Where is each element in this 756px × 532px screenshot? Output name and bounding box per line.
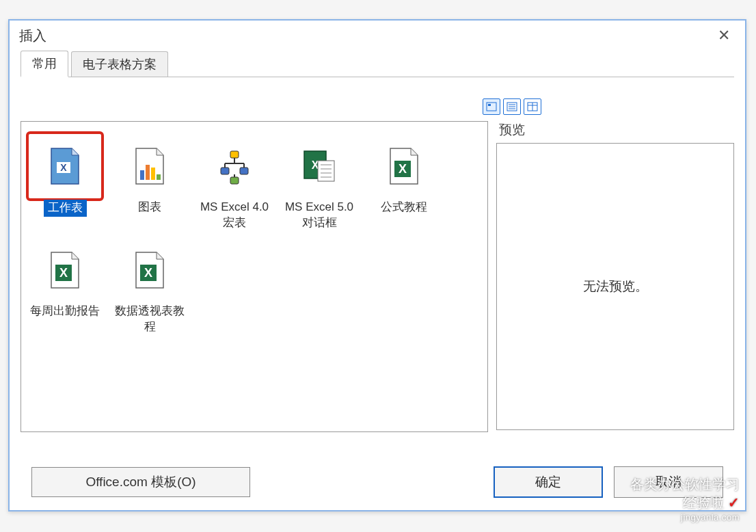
dialog-content: X 工作表 图表 MS Excel 4.0 宏表 X M [21, 77, 734, 473]
list-icon [507, 102, 517, 111]
view-toggle [483, 98, 541, 115]
template-dialog5[interactable]: X MS Excel 5.0 对话框 [277, 130, 362, 234]
svg-text:X: X [60, 162, 67, 173]
button-label: 取消 [656, 475, 681, 489]
template-chart[interactable]: 图表 [107, 130, 192, 234]
excel-icon: X [366, 133, 442, 200]
template-grid: X 工作表 图表 MS Excel 4.0 宏表 X M [21, 121, 488, 432]
svg-text:X: X [399, 162, 407, 176]
template-label: 每周出勤报告 [30, 304, 100, 319]
svg-text:X: X [144, 266, 152, 280]
button-label: 确定 [535, 475, 561, 489]
chart-icon [112, 133, 187, 200]
svg-rect-14 [157, 174, 161, 180]
svg-rect-12 [146, 165, 150, 180]
template-worksheet[interactable]: X 工作表 [23, 130, 107, 234]
view-list-button[interactable] [503, 98, 521, 115]
template-formula[interactable]: X 公式教程 [362, 130, 446, 234]
office-templates-button[interactable]: Office.com 模板(O) [31, 467, 250, 497]
tab-row: 常用 电子表格方案 [21, 51, 745, 77]
svg-rect-11 [140, 170, 144, 180]
cancel-button[interactable]: 取消 [614, 466, 723, 498]
large-icons-icon [486, 102, 497, 111]
template-macro4[interactable]: MS Excel 4.0 宏表 [192, 130, 277, 234]
svg-text:X: X [59, 266, 68, 280]
svg-rect-17 [240, 168, 248, 174]
template-weekly[interactable]: X 每周出勤报告 [23, 234, 107, 338]
tab-common[interactable]: 常用 [21, 51, 68, 77]
svg-rect-16 [221, 168, 229, 174]
svg-rect-13 [151, 168, 155, 180]
svg-rect-15 [230, 151, 239, 158]
svg-rect-0 [487, 103, 496, 111]
form-icon: X [282, 133, 357, 200]
template-label: MS Excel 4.0 宏表 [197, 200, 272, 231]
orgchart-icon [197, 133, 272, 200]
close-icon: ✕ [718, 27, 730, 44]
excel-icon: X [112, 237, 187, 304]
template-label: MS Excel 5.0 对话框 [282, 200, 357, 231]
template-pivot[interactable]: X 数据透视表教程 [107, 234, 192, 338]
preview-box: 无法预览。 [496, 143, 734, 430]
preview-label: 预览 [496, 121, 734, 139]
svg-rect-18 [230, 177, 239, 184]
titlebar: 插入 ✕ [10, 21, 745, 51]
view-details-button[interactable] [524, 98, 541, 115]
dialog-title: 插入 [19, 27, 46, 45]
template-label: 工作表 [44, 200, 87, 217]
ok-button[interactable]: 确定 [494, 466, 603, 498]
tab-spreadsheet-solutions[interactable]: 电子表格方案 [71, 51, 168, 77]
view-large-icons-button[interactable] [483, 98, 500, 115]
excel-icon: X [27, 237, 103, 304]
svg-rect-1 [488, 104, 491, 106]
template-label: 数据透视表教程 [112, 304, 187, 335]
details-icon [527, 102, 538, 111]
tab-label: 电子表格方案 [83, 57, 157, 71]
tab-label: 常用 [32, 57, 57, 70]
preview-pane: 预览 无法预览。 [496, 121, 734, 473]
worksheet-icon: X [27, 133, 103, 200]
template-label: 图表 [138, 200, 161, 215]
button-label: Office.com 模板(O) [85, 475, 195, 489]
svg-rect-26 [318, 161, 334, 181]
button-row: Office.com 模板(O) 确定 取消 [31, 466, 723, 498]
insert-dialog: 插入 ✕ 常用 电子表格方案 X 工作表 [8, 19, 746, 511]
preview-message: 无法预览。 [583, 278, 648, 295]
close-button[interactable]: ✕ [712, 24, 735, 47]
template-label: 公式教程 [381, 200, 427, 215]
